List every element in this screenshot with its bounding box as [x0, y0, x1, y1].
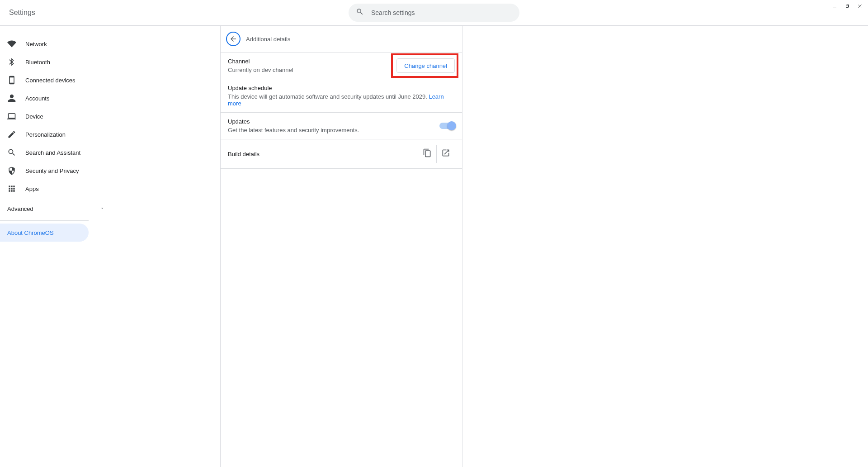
- advanced-label: Advanced: [7, 205, 33, 212]
- chevron-down-icon: [99, 205, 105, 212]
- sidebar-item-about-chromeos[interactable]: About ChromeOS: [0, 224, 89, 242]
- sidebar-item-label: Connected devices: [25, 77, 75, 84]
- sidebar-item-network[interactable]: Network: [0, 35, 116, 53]
- sidebar-item-label: Security and Privacy: [25, 167, 79, 174]
- sidebar-item-label: Bluetooth: [25, 59, 50, 66]
- main: Additional details Channel Currently on …: [116, 26, 868, 467]
- row-channel: Channel Currently on dev channel Change …: [221, 52, 462, 79]
- app-title: Settings: [9, 9, 35, 17]
- panel-header: Additional details: [221, 26, 462, 52]
- sidebar-item-device[interactable]: Device: [0, 107, 116, 125]
- panel-title: Additional details: [246, 36, 290, 43]
- sidebar-item-accounts[interactable]: Accounts: [0, 89, 116, 107]
- sidebar-item-label: Device: [25, 113, 43, 120]
- back-button[interactable]: [226, 32, 241, 46]
- sidebar-separator: [0, 220, 89, 221]
- sidebar-item-security-privacy[interactable]: Security and Privacy: [0, 162, 116, 180]
- highlight-box: Change channel: [396, 58, 455, 73]
- sidebar-item-label: Apps: [25, 186, 39, 192]
- build-actions: [418, 145, 455, 163]
- updates-label: Updates: [228, 118, 359, 125]
- change-channel-button[interactable]: Change channel: [396, 58, 455, 73]
- open-build-details-button[interactable]: [437, 145, 455, 163]
- schedule-label: Update schedule: [228, 85, 455, 91]
- sidebar-item-connected-devices[interactable]: Connected devices: [0, 71, 116, 89]
- row-build-details[interactable]: Build details: [221, 139, 462, 169]
- schedule-sublabel: This device will get automatic software …: [228, 93, 455, 107]
- apps-icon: [7, 184, 16, 193]
- edit-icon: [7, 130, 16, 139]
- open-in-new-icon: [441, 148, 450, 159]
- sidebar: Network Bluetooth Connected devices Acco…: [0, 26, 116, 467]
- row-update-schedule: Update schedule This device will get aut…: [221, 79, 462, 113]
- updates-sublabel: Get the latest features and security imp…: [228, 127, 359, 133]
- laptop-icon: [7, 112, 16, 121]
- sidebar-item-apps[interactable]: Apps: [0, 180, 116, 198]
- topbar: Settings: [0, 0, 868, 25]
- person-icon: [7, 94, 16, 103]
- updates-toggle[interactable]: [439, 123, 455, 129]
- sidebar-item-label: About ChromeOS: [7, 229, 54, 236]
- sidebar-item-personalization[interactable]: Personalization: [0, 125, 116, 143]
- search-icon: [356, 8, 364, 18]
- search-icon: [7, 148, 16, 157]
- smartphone-icon: [7, 76, 16, 85]
- shield-icon: [7, 166, 16, 175]
- schedule-text: This device will get automatic software …: [228, 93, 429, 100]
- channel-label: Channel: [228, 58, 293, 65]
- settings-panel: Additional details Channel Currently on …: [220, 26, 462, 467]
- search-box[interactable]: [349, 4, 519, 22]
- sidebar-item-label: Accounts: [25, 95, 49, 102]
- search-input[interactable]: [370, 9, 512, 17]
- sidebar-item-label: Personalization: [25, 131, 66, 138]
- sidebar-advanced-toggle[interactable]: Advanced: [0, 200, 116, 218]
- sidebar-item-bluetooth[interactable]: Bluetooth: [0, 53, 116, 71]
- sidebar-item-search-assistant[interactable]: Search and Assistant: [0, 143, 116, 162]
- build-details-label: Build details: [228, 151, 259, 157]
- sidebar-item-label: Network: [25, 41, 47, 48]
- channel-sublabel: Currently on dev channel: [228, 67, 293, 73]
- copy-build-button[interactable]: [418, 145, 436, 163]
- copy-icon: [423, 148, 432, 159]
- wifi-icon: [7, 39, 16, 48]
- row-updates: Updates Get the latest features and secu…: [221, 113, 462, 139]
- sidebar-item-label: Search and Assistant: [25, 149, 80, 156]
- bluetooth-icon: [7, 57, 16, 67]
